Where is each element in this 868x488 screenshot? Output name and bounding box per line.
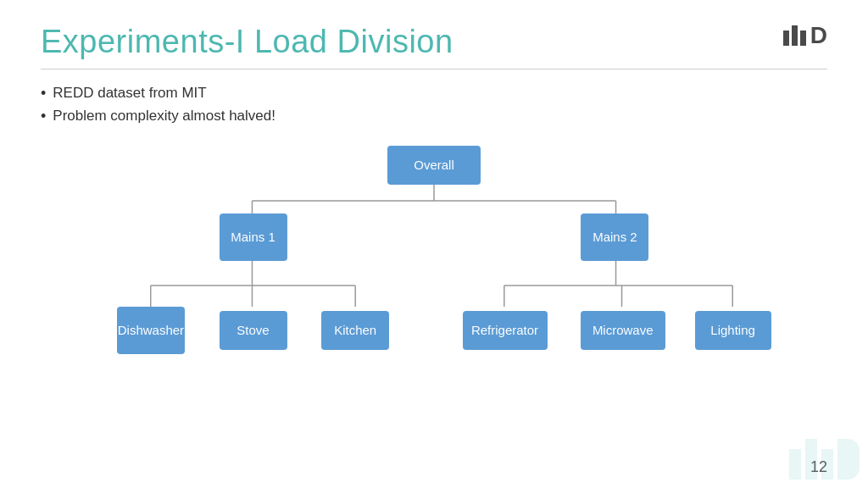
bullet-item-2: Problem complexity almost halved!	[41, 108, 827, 125]
watermark-bar-2	[805, 439, 817, 480]
node-mains1: Mains 1	[220, 214, 287, 261]
tree-diagram: Overall Mains 1 Mains 2 Dishwasher Stove…	[41, 137, 827, 408]
logo: D	[783, 24, 827, 47]
watermark	[758, 395, 868, 488]
logo-bar-1	[783, 30, 789, 46]
watermark-bar-3	[821, 449, 833, 480]
watermark-bars	[789, 439, 860, 480]
logo-bar-3	[800, 30, 806, 46]
node-dishwasher: Dishwasher	[117, 307, 185, 354]
node-stove: Stove	[220, 311, 287, 350]
logo-bars	[783, 25, 806, 46]
watermark-bar-d	[837, 439, 860, 480]
node-kitchen: Kitchen	[321, 311, 389, 350]
header-divider	[41, 69, 827, 69]
node-overall: Overall	[387, 146, 481, 185]
bullet-list: REDD dataset from MIT Problem complexity…	[41, 85, 827, 125]
slide: D Experiments-I Load Division REDD datas…	[0, 0, 868, 488]
node-mains2: Mains 2	[581, 214, 648, 261]
logo-letter-d: D	[810, 24, 827, 47]
node-microwave: Microwave	[581, 311, 665, 350]
watermark-bar-1	[789, 449, 801, 480]
page-title: Experiments-I Load Division	[41, 24, 827, 60]
bullet-item-1: REDD dataset from MIT	[41, 85, 827, 103]
logo-bar-2	[792, 25, 798, 46]
node-refrigerator: Refrigerator	[463, 311, 548, 350]
node-lighting: Lighting	[695, 311, 771, 350]
